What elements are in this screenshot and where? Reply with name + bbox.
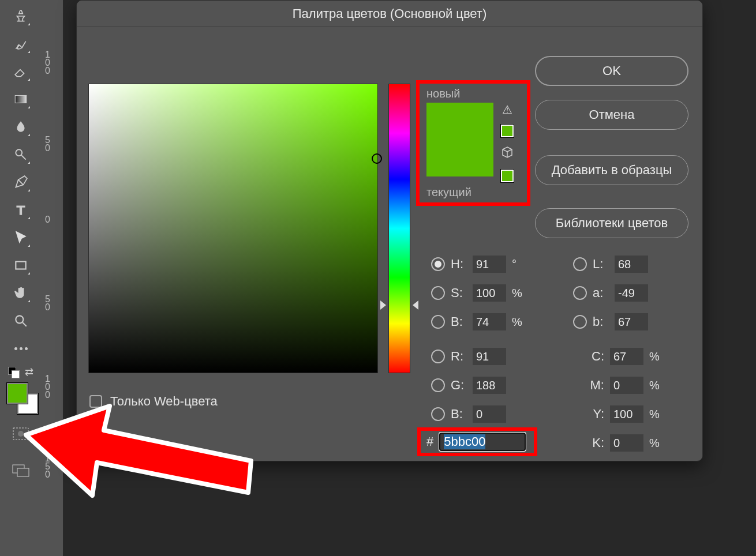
- input-K[interactable]: [610, 434, 643, 452]
- hex-hash-label: #: [426, 434, 433, 449]
- ruler-tick: 50: [44, 135, 52, 151]
- svg-point-1: [16, 149, 22, 156]
- vertical-ruler: 100 50 0 50 100 150: [42, 0, 63, 556]
- hue-slider-thumb-left[interactable]: [380, 300, 386, 310]
- hex-field-wrapper: #: [417, 427, 537, 456]
- input-R[interactable]: [473, 348, 506, 365]
- label-bL: b:: [593, 314, 609, 329]
- label-G: G:: [451, 378, 467, 393]
- hue-slider[interactable]: [388, 84, 410, 373]
- current-color-swatch[interactable]: [426, 140, 493, 176]
- label-C: C:: [588, 349, 604, 364]
- preview-new-label: новый: [426, 87, 527, 100]
- label-a: a:: [593, 285, 609, 300]
- ok-button[interactable]: OK: [535, 56, 688, 86]
- checkbox-box[interactable]: [89, 395, 102, 408]
- input-L[interactable]: [615, 256, 648, 273]
- input-a[interactable]: [615, 284, 648, 302]
- input-M[interactable]: [610, 377, 643, 394]
- radio-R[interactable]: [431, 350, 445, 363]
- svg-rect-2: [16, 262, 25, 269]
- unit-H: °: [512, 258, 526, 271]
- ruler-tick: 100: [44, 50, 52, 74]
- add-to-swatches-button[interactable]: Добавить в образцы: [535, 155, 688, 185]
- rectangle-tool[interactable]: [7, 253, 35, 278]
- label-L: L:: [593, 257, 609, 272]
- label-Bv: B:: [451, 314, 467, 329]
- foreground-color-chip[interactable]: [7, 383, 28, 404]
- radio-S[interactable]: [431, 286, 445, 300]
- unit-C: %: [649, 350, 663, 363]
- saturation-brightness-field[interactable]: [88, 84, 378, 373]
- hex-input[interactable]: [439, 433, 526, 451]
- radio-bL[interactable]: [573, 315, 587, 329]
- radio-L[interactable]: [573, 257, 587, 271]
- ruler-tick: 100: [44, 374, 52, 398]
- toolbar: ⇄: [0, 0, 42, 556]
- label-Y: Y:: [588, 407, 604, 422]
- only-web-colors-label: Только Web-цвета: [110, 394, 218, 409]
- ruler-tick: 0: [44, 215, 52, 223]
- unit-Bv: %: [512, 315, 526, 329]
- input-G[interactable]: [473, 377, 506, 394]
- svg-rect-0: [15, 96, 27, 103]
- input-C[interactable]: [610, 348, 643, 365]
- color-libraries-button[interactable]: Библиотеки цветов: [535, 208, 688, 238]
- type-tool[interactable]: [7, 197, 35, 223]
- svg-point-5: [18, 431, 24, 437]
- label-M: M:: [588, 378, 604, 393]
- pen-tool[interactable]: [7, 170, 35, 195]
- websafe-warning-icon[interactable]: [500, 145, 514, 161]
- unit-Y: %: [649, 408, 663, 421]
- label-H: H:: [451, 257, 467, 272]
- hand-tool[interactable]: [7, 280, 35, 306]
- radio-a[interactable]: [573, 286, 587, 300]
- zoom-tool[interactable]: [7, 308, 35, 333]
- blur-tool[interactable]: [7, 114, 35, 140]
- clone-stamp-tool[interactable]: [7, 3, 35, 29]
- dialog-title: Палитра цветов (Основной цвет): [77, 1, 702, 27]
- picker-cursor[interactable]: [372, 153, 382, 164]
- radio-B[interactable]: [431, 407, 445, 421]
- path-selection-tool[interactable]: [7, 225, 35, 250]
- label-R: R:: [451, 349, 467, 364]
- new-color-swatch[interactable]: [426, 103, 493, 140]
- gradient-tool[interactable]: [7, 87, 35, 112]
- input-bL[interactable]: [615, 313, 648, 330]
- color-picker-dialog: Палитра цветов (Основной цвет) новый ⚠: [76, 0, 703, 461]
- label-B: B:: [451, 407, 467, 422]
- radio-H[interactable]: [431, 257, 445, 271]
- default-swap-colors[interactable]: ⇄: [3, 365, 38, 382]
- hue-slider-thumb-right[interactable]: [413, 300, 418, 310]
- input-S[interactable]: [473, 284, 506, 302]
- swap-arrow-icon: ⇄: [25, 366, 33, 378]
- preview-current-label: текущий: [426, 186, 527, 199]
- foreground-background-colors[interactable]: [3, 383, 38, 410]
- quick-mask-mode[interactable]: [7, 421, 35, 446]
- ruler-tick: 150: [44, 453, 52, 478]
- eraser-tool[interactable]: [7, 59, 35, 84]
- radio-Bv[interactable]: [431, 315, 445, 329]
- svg-point-3: [16, 315, 23, 323]
- screen-mode[interactable]: [7, 458, 35, 483]
- unit-K: %: [649, 437, 663, 450]
- ruler-tick: 50: [44, 294, 52, 310]
- dodge-tool[interactable]: [7, 142, 35, 167]
- label-K: K:: [588, 435, 604, 450]
- input-H[interactable]: [473, 256, 506, 273]
- gamut-nearest-swatch[interactable]: [501, 125, 514, 137]
- cancel-button[interactable]: Отмена: [535, 100, 688, 130]
- only-web-colors-checkbox[interactable]: Только Web-цвета: [89, 394, 218, 409]
- websafe-nearest-swatch[interactable]: [501, 170, 514, 182]
- label-S: S:: [451, 285, 467, 300]
- history-brush-tool[interactable]: [7, 31, 35, 57]
- color-preview-panel: новый ⚠ текущий: [416, 80, 530, 206]
- input-Bv[interactable]: [473, 313, 506, 330]
- radio-G[interactable]: [431, 378, 445, 392]
- svg-rect-7: [17, 468, 29, 476]
- input-B[interactable]: [473, 405, 506, 423]
- input-Y[interactable]: [610, 405, 643, 423]
- edit-toolbar[interactable]: [7, 336, 35, 361]
- gamut-warning-icon[interactable]: ⚠: [502, 103, 512, 117]
- unit-M: %: [649, 379, 663, 392]
